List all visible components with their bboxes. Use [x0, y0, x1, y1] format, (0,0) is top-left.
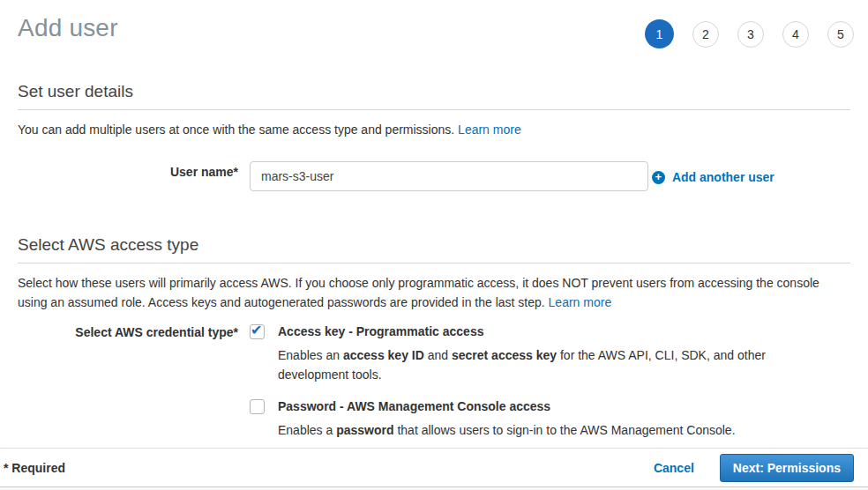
page-header: Add user 12345 — [0, 0, 868, 48]
wizard-footer: * Required Cancel Next: Permissions — [0, 448, 868, 486]
section-heading-user-details: Set user details — [18, 82, 850, 101]
access-type-intro-text: Select how these users will primarily ac… — [18, 276, 819, 309]
credential-options: ✔ Access key - Programmatic access Enabl… — [250, 324, 772, 440]
user-details-intro-text: You can add multiple users at once with … — [18, 122, 454, 137]
credential-option-access-key-programmatic: ✔ Access key - Programmatic access Enabl… — [250, 324, 772, 384]
wizard-step-4: 4 — [782, 21, 809, 48]
user-details-intro: You can add multiple users at once with … — [18, 120, 850, 139]
password-checkbox[interactable] — [250, 399, 265, 414]
username-label: User name* — [18, 157, 238, 179]
username-input[interactable] — [250, 161, 648, 191]
wizard-step-1: 1 — [645, 19, 674, 48]
option-description: Enables a password that allows users to … — [278, 420, 736, 440]
credential-type-row: Select AWS credential type* ✔ Access key… — [18, 324, 850, 440]
page-bottom-edge — [0, 486, 868, 490]
learn-more-link-access-type[interactable]: Learn more — [549, 295, 612, 309]
access-key-checkbox[interactable]: ✔ — [250, 324, 265, 339]
wizard-step-indicator: 12345 — [645, 19, 854, 48]
username-row: User name* + Add another user — [18, 157, 850, 191]
section-divider — [18, 109, 850, 110]
option-title: Password - AWS Management Console access — [278, 399, 736, 413]
add-another-user-label: Add another user — [672, 170, 774, 184]
page-title: Add user — [18, 14, 118, 42]
option-title: Access key - Programmatic access — [278, 324, 772, 338]
section-heading-access-type: Select AWS access type — [18, 235, 850, 255]
wizard-step-2: 2 — [692, 21, 719, 48]
learn-more-link-user-details[interactable]: Learn more — [458, 122, 521, 137]
next-permissions-button[interactable]: Next: Permissions — [720, 454, 854, 482]
credential-option-password-console: Password - AWS Management Console access… — [250, 399, 772, 440]
option-description: Enables an access key ID and secret acce… — [278, 345, 772, 384]
add-another-user-button[interactable]: + Add another user — [652, 170, 774, 184]
main-content: Set user details You can add multiple us… — [0, 82, 868, 440]
credential-type-label: Select AWS credential type* — [18, 324, 238, 339]
wizard-step-3: 3 — [737, 21, 764, 48]
section-divider — [18, 263, 850, 264]
plus-icon: + — [652, 171, 665, 184]
required-note: * Required — [4, 461, 65, 475]
wizard-step-5: 5 — [827, 21, 854, 48]
add-user-wizard: Add user 12345 Set user details You can … — [0, 0, 868, 490]
check-icon: ✔ — [251, 322, 262, 338]
access-type-intro: Select how these users will primarily ac… — [18, 273, 850, 312]
cancel-button[interactable]: Cancel — [654, 461, 694, 475]
